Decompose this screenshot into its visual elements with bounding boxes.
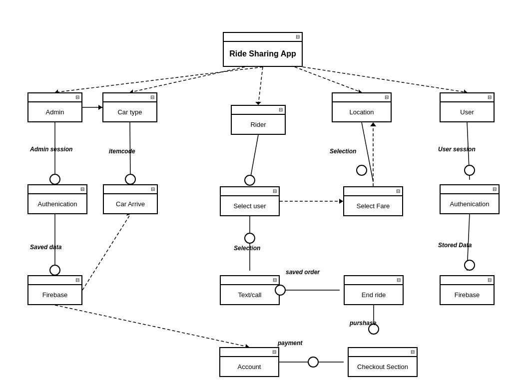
label-selection-rider: Selection	[234, 245, 260, 252]
component-icon: ⊟	[150, 94, 154, 100]
svg-line-4	[258, 67, 263, 105]
box-car-type: ⊟ Car type	[102, 92, 157, 122]
component-icon: ⊟	[396, 188, 400, 194]
component-icon: ⊟	[397, 277, 401, 283]
circle-saved-data	[49, 265, 60, 276]
box-header: ⊟	[345, 276, 403, 285]
label-saved-data: Saved data	[30, 244, 61, 251]
box-label: Firebase	[441, 285, 494, 304]
box-label: Admin	[28, 102, 81, 121]
box-label: User	[441, 102, 494, 121]
label-itemcode: itemcode	[109, 148, 135, 155]
component-icon: ⊟	[488, 277, 492, 283]
component-icon: ⊟	[493, 186, 497, 192]
circle-selection-location	[356, 165, 367, 176]
svg-line-8	[303, 67, 467, 92]
box-header: ⊟	[103, 93, 156, 102]
box-header: ⊟	[224, 33, 302, 42]
svg-line-25	[82, 214, 130, 290]
svg-line-29	[55, 305, 249, 347]
label-selection-location: Selection	[330, 148, 356, 155]
box-header: ⊟	[221, 187, 279, 196]
box-firebase-admin: ⊟ Firebase	[27, 275, 82, 305]
box-label: Rider	[232, 115, 285, 134]
component-icon: ⊟	[273, 188, 277, 194]
box-label: Ride Sharing App	[224, 42, 302, 66]
box-header: ⊟	[220, 348, 278, 357]
circle-stored-data	[464, 260, 475, 271]
box-label: Authenication	[28, 194, 86, 213]
circle-itemcode	[125, 174, 136, 185]
box-firebase-user: ⊟ Firebase	[440, 275, 495, 305]
box-header: ⊟	[28, 276, 81, 285]
box-label: Location	[333, 102, 391, 121]
box-location: ⊟ Location	[332, 92, 392, 122]
label-payment: payment	[278, 340, 302, 347]
box-car-arrive: ⊟ Car Arrive	[103, 184, 158, 214]
label-purshase: purshase	[350, 320, 376, 327]
box-ride-sharing-app: ⊟ Ride Sharing App	[223, 32, 303, 67]
component-icon: ⊟	[488, 94, 492, 100]
uml-diagram: ⊟ Ride Sharing App ⊟ Admin ⊟ Car type ⊟ …	[0, 0, 532, 392]
label-admin-session: Admin session	[30, 146, 72, 153]
box-label: Text/call	[221, 285, 279, 304]
component-icon: ⊟	[75, 277, 79, 283]
box-end-ride: ⊟ End ride	[344, 275, 404, 305]
box-header: ⊟	[333, 93, 391, 102]
box-select-fare: ⊟ Select Fare	[343, 186, 403, 216]
svg-marker-18	[339, 199, 343, 204]
box-header: ⊟	[349, 348, 417, 357]
box-rider: ⊟ Rider	[231, 105, 286, 135]
box-header: ⊟	[28, 185, 86, 194]
label-stored-data: Stored Data	[438, 242, 472, 249]
box-header: ⊟	[441, 93, 494, 102]
box-label: Firebase	[28, 285, 81, 304]
box-user: ⊟ User	[440, 92, 495, 122]
box-account: ⊟ Account	[219, 347, 279, 377]
box-header: ⊟	[441, 185, 499, 194]
box-admin: ⊟ Admin	[27, 92, 82, 122]
circle-saved-order	[275, 285, 286, 296]
box-label: Car Arrive	[104, 194, 157, 213]
box-checkout-section: ⊟ Checkout Section	[348, 347, 418, 377]
box-authenication-user: ⊟ Authenication	[440, 184, 500, 214]
circle-selection-select-user	[244, 233, 255, 244]
box-label: Checkout Section	[349, 357, 417, 376]
label-user-session: User session	[438, 146, 476, 153]
component-icon: ⊟	[151, 186, 155, 192]
circle-admin-session	[49, 174, 60, 185]
component-icon: ⊟	[385, 94, 389, 100]
box-select-user: ⊟ Select user	[220, 186, 280, 216]
circle-payment	[308, 357, 319, 368]
component-icon: ⊟	[279, 107, 283, 113]
box-label: Authenication	[441, 194, 499, 213]
component-icon: ⊟	[75, 94, 79, 100]
circle-selection-rider	[244, 175, 255, 186]
box-label: Select user	[221, 196, 279, 215]
box-text-call: ⊟ Text/call	[220, 275, 280, 305]
svg-line-6	[295, 67, 362, 92]
box-label: Select Fare	[344, 196, 402, 215]
svg-line-0	[55, 67, 263, 92]
box-header: ⊟	[28, 93, 81, 102]
box-header: ⊟	[232, 106, 285, 115]
box-header: ⊟	[104, 185, 157, 194]
svg-line-2	[130, 67, 245, 92]
box-label: Car type	[103, 102, 156, 121]
box-header: ⊟	[221, 276, 279, 285]
component-icon: ⊟	[272, 349, 276, 355]
box-header: ⊟	[441, 276, 494, 285]
circle-user-session	[464, 165, 475, 176]
box-authenication-admin: ⊟ Authenication	[27, 184, 87, 214]
svg-marker-11	[98, 105, 102, 110]
box-header: ⊟	[344, 187, 402, 196]
box-label: Account	[220, 357, 278, 376]
component-icon: ⊟	[273, 277, 277, 283]
component-icon: ⊟	[411, 349, 415, 355]
svg-marker-20	[370, 122, 376, 126]
component-icon: ⊟	[296, 34, 300, 40]
label-saved-order: saved order	[286, 269, 320, 276]
component-icon: ⊟	[80, 186, 84, 192]
box-label: End ride	[345, 285, 403, 304]
